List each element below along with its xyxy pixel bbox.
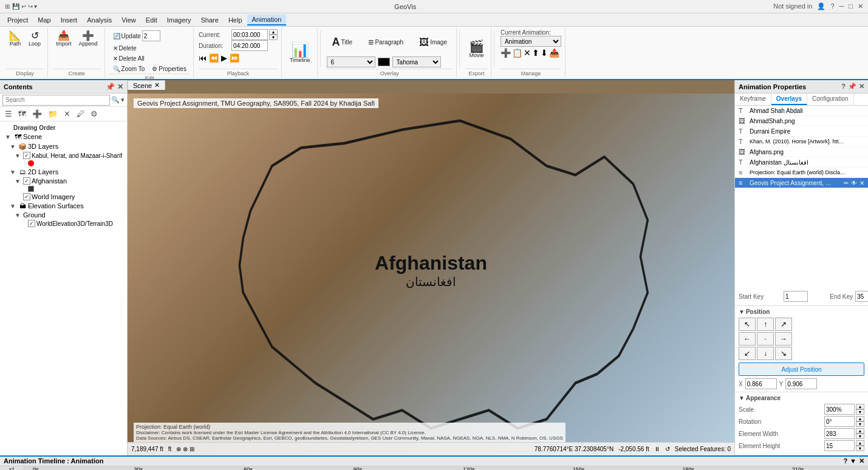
ribbon-movie-btn[interactable]: 🎬 Movie [466, 29, 487, 69]
ribbon-loop-btn[interactable]: ↺ Loop [26, 29, 44, 49]
search-dropdown-btn[interactable]: ▾ [121, 96, 125, 104]
menu-view[interactable]: View [117, 15, 141, 25]
x-input[interactable] [745, 378, 777, 389]
search-icon[interactable]: 🔍 [111, 96, 120, 104]
rotation-down-btn[interactable]: ▼ [856, 421, 864, 427]
height-down-btn[interactable]: ▼ [856, 446, 864, 451]
minimize-btn[interactable]: ─ [839, 2, 844, 10]
title-bar-controls[interactable]: Not signed in 👤 ? ─ □ ✕ [773, 2, 863, 10]
overlay-item-ahmadshah-png[interactable]: 🖼 AhmadShah.png [735, 116, 868, 126]
menu-insert[interactable]: Insert [56, 15, 83, 25]
afghanistan-checkbox[interactable] [23, 177, 30, 185]
tree-elevation[interactable]: ▼ 🏔 Elevation Surfaces [0, 201, 127, 211]
add-animation-btn[interactable]: ➕ [501, 48, 511, 58]
map-tools[interactable]: ⊕ ⊗ ⊞ [176, 446, 194, 452]
pos-top-center[interactable]: ↑ [757, 318, 774, 331]
world-elevation-checkbox[interactable] [28, 220, 35, 227]
list-view-btn[interactable]: ☰ [2, 108, 15, 120]
step-fwd-btn[interactable]: ⏩ [230, 53, 239, 63]
pos-bot-left[interactable]: ↙ [739, 347, 756, 360]
overlay-item-durrani[interactable]: T Durrani Empire [735, 126, 868, 137]
width-down-btn[interactable]: ▼ [856, 434, 864, 439]
ribbon-properties-btn[interactable]: ⚙ Properties [149, 64, 190, 73]
contents-search-input[interactable] [2, 95, 110, 106]
refresh-icon[interactable]: ↺ [665, 446, 670, 452]
timeline-help-btn[interactable]: ? [843, 457, 847, 465]
ribbon-append-btn[interactable]: ➕ Append [76, 29, 101, 49]
scale-up-btn[interactable]: ▲ [856, 404, 864, 409]
skip-start-btn[interactable]: ⏮ [199, 53, 207, 63]
ribbon-zoom-to-btn[interactable]: 🔍 Zoom To [110, 64, 148, 73]
overlay-item-khan[interactable]: T Khan, M. (2010). Horse [Artwork]. http… [735, 137, 868, 147]
timeline-collapse-btn[interactable]: ▼ [850, 457, 856, 465]
props-close-btn[interactable]: ✕ [859, 83, 864, 90]
tree-world-imagery[interactable]: World Imagery [0, 192, 127, 201]
overlay-delete-btn[interactable]: ✕ [859, 180, 864, 186]
pos-mid-left[interactable]: ← [739, 332, 756, 346]
rotation-input[interactable] [824, 416, 855, 427]
maximize-btn[interactable]: □ [849, 2, 853, 10]
tree-kabul-layer[interactable]: ▼ Kabul, Herat, and Mazaar-i-Sharif [0, 151, 127, 160]
contents-pin-btn[interactable]: 📌 [106, 83, 115, 91]
ribbon-update-btn[interactable]: 🔄 Update [110, 29, 163, 43]
tree-3d-layers[interactable]: ▼ 📦 3D Layers [0, 141, 127, 151]
tab-configuration[interactable]: Configuration [807, 94, 853, 105]
start-key-input[interactable] [784, 291, 808, 302]
adjust-position-btn[interactable]: Adjust Position [739, 363, 864, 376]
pos-mid-center[interactable]: · [757, 332, 774, 346]
menu-edit[interactable]: Edit [141, 15, 162, 25]
overlay-visibility-btn[interactable]: 👁 [851, 180, 857, 186]
close-btn[interactable]: ✕ [858, 2, 863, 10]
step-back-btn[interactable]: ⏪ [209, 53, 219, 63]
menu-share[interactable]: Share [196, 15, 224, 25]
counter-input[interactable] [142, 30, 160, 41]
end-key-input[interactable] [855, 291, 868, 302]
overlay-item-afghans-png[interactable]: 🖼 Afghans.png [735, 147, 868, 157]
pos-bot-center[interactable]: ↓ [757, 347, 774, 360]
ribbon-timeline-btn[interactable]: 📊 Timeline [287, 29, 313, 77]
current-up-btn[interactable]: ▲ [269, 29, 278, 35]
copy-animation-btn[interactable]: 📋 [512, 48, 522, 58]
scale-down-btn[interactable]: ▼ [856, 409, 864, 415]
appearance-collapse-btn[interactable]: ▼ [739, 395, 745, 401]
play-btn[interactable]: ▶ [221, 53, 227, 63]
scene-tab[interactable]: Scene ✕ [128, 80, 165, 90]
draw-order-btn[interactable]: 🖊 [74, 108, 87, 120]
tree-scene[interactable]: ▼ 🗺 Scene [0, 132, 127, 141]
overlay-item-ahmad[interactable]: T Ahmad Shah Abdali [735, 106, 868, 116]
tree-ground[interactable]: ▼ Ground [0, 211, 127, 219]
world-imagery-checkbox[interactable] [23, 193, 30, 200]
tab-keyframe[interactable]: Keyframe [735, 94, 771, 105]
pos-top-right[interactable]: ↗ [775, 318, 792, 331]
overlay-item-geovis-selected[interactable]: ≡ Geovis Project Assignment, TMU... ✏ 👁 … [735, 178, 868, 188]
overlay-edit-btn[interactable]: ✏ [844, 180, 849, 186]
remove-layer-btn[interactable]: ✕ [61, 108, 73, 120]
move-down-btn[interactable]: ⬇ [541, 48, 548, 58]
tree-2d-layers[interactable]: ▼ 🗂 2D Layers [0, 167, 127, 177]
help-icon[interactable]: ? [830, 2, 834, 10]
position-collapse-btn[interactable]: ▼ [739, 308, 745, 315]
props-help-btn[interactable]: ? [841, 83, 846, 90]
ribbon-title-btn[interactable]: A Title [327, 33, 358, 52]
ribbon-image-btn[interactable]: 🖼 Image [414, 34, 453, 51]
tree-world-elevation[interactable]: WorldElevation3D/Terrain3D [0, 219, 127, 228]
menu-map[interactable]: Map [33, 15, 55, 25]
pause-icon[interactable]: ⏸ [654, 446, 660, 452]
timeline-close-btn[interactable]: ✕ [859, 457, 864, 465]
pos-top-left[interactable]: ↖ [739, 318, 756, 331]
group-layer-btn[interactable]: 📁 [46, 108, 60, 120]
props-pin-btn[interactable]: 📌 [848, 83, 856, 90]
pos-mid-right[interactable]: → [775, 332, 792, 346]
pos-bot-right[interactable]: ↘ [775, 347, 792, 360]
current-animation-select[interactable]: Animation [501, 36, 561, 47]
scene-tab-close[interactable]: ✕ [154, 81, 160, 89]
rotation-up-btn[interactable]: ▲ [856, 416, 864, 421]
menu-animation[interactable]: Animation [247, 15, 287, 26]
scale-input[interactable] [824, 404, 855, 415]
scene-view-btn[interactable]: 🗺 [16, 108, 29, 120]
menu-help[interactable]: Help [224, 15, 247, 25]
ribbon-import-btn[interactable]: 📥 Import [53, 29, 75, 49]
duration-input[interactable] [231, 40, 268, 51]
menu-project[interactable]: Project [2, 15, 33, 25]
ribbon-delete-btn[interactable]: ✕ Delete [110, 44, 140, 53]
